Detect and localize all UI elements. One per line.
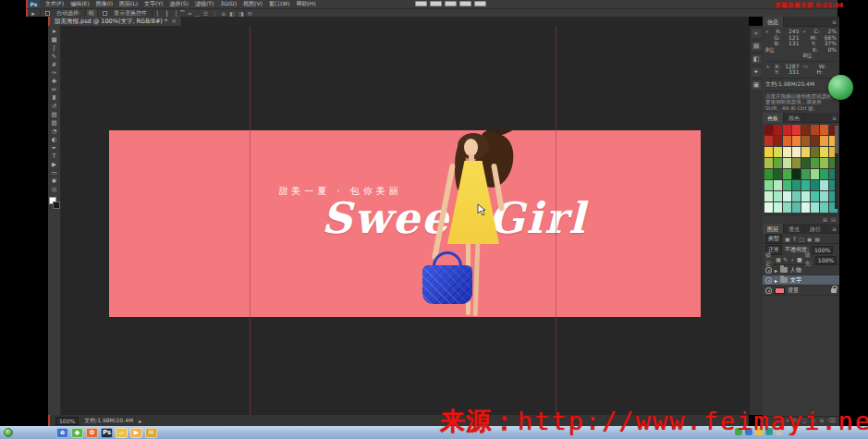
taskbar-app-icon[interactable]: ✿ bbox=[86, 428, 98, 438]
color-swatch[interactable] bbox=[792, 169, 801, 179]
menu-item[interactable]: 选择(S) bbox=[169, 0, 189, 8]
color-swatch[interactable] bbox=[764, 202, 773, 213]
color-swatch[interactable] bbox=[774, 202, 782, 213]
color-swatch[interactable] bbox=[783, 136, 791, 146]
tool-button[interactable]: ◎ bbox=[49, 186, 60, 194]
color-swatch[interactable] bbox=[801, 202, 810, 213]
visibility-eye-icon[interactable] bbox=[765, 287, 772, 294]
tool-button[interactable]: ✎ bbox=[49, 53, 60, 61]
color-swatch[interactable] bbox=[801, 191, 810, 201]
color-swatch[interactable] bbox=[764, 147, 773, 157]
color-swatch[interactable] bbox=[820, 180, 828, 190]
tool-button[interactable]: ◔ bbox=[49, 128, 60, 136]
menu-item[interactable]: 编辑(E) bbox=[70, 0, 89, 8]
tool-button[interactable]: ▨ bbox=[49, 111, 60, 119]
tool-button[interactable]: ✒ bbox=[49, 144, 60, 152]
color-swatch[interactable] bbox=[801, 125, 810, 135]
filter-type-icon[interactable]: ▣ bbox=[785, 236, 790, 242]
menu-item[interactable]: 图像(I) bbox=[96, 0, 113, 8]
color-swatch[interactable] bbox=[820, 202, 828, 213]
color-swatch[interactable] bbox=[801, 158, 810, 168]
recorder-button[interactable] bbox=[430, 1, 442, 6]
lock-option-icon[interactable]: ▦ bbox=[776, 256, 781, 264]
menu-item[interactable]: 文件(F) bbox=[45, 0, 64, 8]
tool-button[interactable]: ▦ bbox=[49, 36, 60, 44]
visibility-eye-icon[interactable] bbox=[765, 277, 772, 284]
recorder-button[interactable] bbox=[415, 1, 427, 6]
layer-row-people[interactable]: ▸ 人物 bbox=[763, 265, 839, 275]
tool-button[interactable]: # bbox=[49, 61, 60, 69]
color-swatch[interactable] bbox=[811, 158, 819, 168]
tool-button[interactable]: ↺ bbox=[49, 103, 60, 111]
color-swatch[interactable] bbox=[764, 191, 773, 201]
recorder-button[interactable] bbox=[474, 1, 486, 6]
taskbar-app-icon[interactable]: e bbox=[56, 428, 68, 438]
color-swatch[interactable] bbox=[783, 191, 791, 201]
color-swatch[interactable] bbox=[792, 158, 801, 168]
recorder-button[interactable] bbox=[445, 1, 457, 6]
color-swatch[interactable] bbox=[764, 180, 773, 190]
panel-menu-icon[interactable]: ≡ bbox=[832, 18, 837, 25]
vertical-guide[interactable] bbox=[556, 26, 556, 415]
taskbar-app-icon[interactable]: ▶ bbox=[130, 428, 142, 438]
collapsed-panel-icon[interactable]: ✦ bbox=[752, 67, 762, 77]
align-icon[interactable]: ⋮ bbox=[212, 10, 217, 17]
filter-type-icon[interactable]: ▤ bbox=[814, 236, 820, 242]
collapsed-panel-icon[interactable]: ▤ bbox=[752, 42, 762, 51]
color-swatch[interactable] bbox=[801, 180, 810, 190]
align-icon[interactable]: ◨ bbox=[238, 10, 244, 17]
expand-arrow-icon[interactable]: ▸ bbox=[775, 267, 777, 274]
color-swatch[interactable] bbox=[820, 191, 828, 201]
background-color-swatch[interactable] bbox=[53, 201, 60, 209]
collapsed-panel-icon[interactable]: ◧ bbox=[752, 55, 762, 64]
auto-select-checkbox[interactable] bbox=[45, 11, 50, 16]
color-swatch[interactable] bbox=[820, 136, 828, 146]
color-swatch[interactable] bbox=[783, 202, 791, 213]
align-icon[interactable]: ┃ bbox=[165, 10, 169, 17]
menu-item[interactable]: 滤镜(T) bbox=[195, 0, 214, 8]
color-swatch[interactable] bbox=[820, 125, 828, 135]
tool-button[interactable]: T bbox=[49, 152, 60, 161]
menu-item[interactable]: 窗口(W) bbox=[269, 0, 290, 8]
color-swatch[interactable] bbox=[811, 202, 819, 213]
color-swatch[interactable] bbox=[820, 147, 828, 157]
color-swatch[interactable] bbox=[774, 147, 782, 157]
menu-item[interactable]: 图层(L) bbox=[119, 0, 138, 8]
layer-row-text[interactable]: ▸ 文字 bbox=[763, 275, 839, 286]
color-swatch[interactable] bbox=[764, 169, 773, 179]
color-swatch[interactable] bbox=[783, 147, 791, 157]
tab-swatches[interactable]: 色板 bbox=[763, 113, 784, 123]
taskbar-app-icon[interactable]: ◆ bbox=[71, 428, 83, 438]
color-swatch[interactable] bbox=[811, 180, 819, 190]
align-icon[interactable]: ━ bbox=[189, 10, 192, 17]
align-icon[interactable]: ≡ bbox=[221, 10, 226, 17]
filter-type-icon[interactable]: T bbox=[793, 236, 797, 242]
color-swatch[interactable] bbox=[792, 180, 801, 190]
tool-button[interactable]: ʃ bbox=[49, 44, 60, 53]
tool-button[interactable]: ◐ bbox=[49, 136, 60, 144]
layer-name[interactable]: 背景 bbox=[788, 287, 799, 295]
tool-button[interactable]: ✑ bbox=[49, 69, 60, 78]
color-swatch[interactable] bbox=[774, 136, 782, 146]
layer-filter-dropdown[interactable]: 类型 bbox=[765, 234, 782, 244]
taskbar-app-icon[interactable]: ✉ bbox=[145, 428, 157, 438]
color-swatch[interactable] bbox=[811, 147, 819, 157]
align-icon[interactable]: ▕ bbox=[172, 10, 177, 17]
visibility-eye-icon[interactable] bbox=[765, 267, 772, 274]
menu-item[interactable]: 视图(V) bbox=[243, 0, 263, 8]
banner-document[interactable]: 甜美一夏 · 包你美丽 Sweet Girl bbox=[109, 130, 701, 317]
panel-menu-icon[interactable]: ≡ bbox=[832, 226, 837, 232]
lock-option-icon[interactable]: ＋ bbox=[789, 256, 795, 264]
align-icon[interactable]: ☰ bbox=[203, 10, 208, 17]
layer-name[interactable]: 人物 bbox=[790, 266, 801, 274]
color-swatch[interactable] bbox=[774, 191, 782, 201]
close-tab-icon[interactable]: × bbox=[171, 18, 177, 25]
lock-option-icon[interactable]: ■ bbox=[797, 256, 802, 264]
align-icon[interactable]: ▔ bbox=[180, 10, 185, 17]
color-swatch[interactable] bbox=[801, 136, 810, 146]
color-swatch[interactable] bbox=[811, 169, 819, 179]
vertical-guide[interactable] bbox=[250, 26, 251, 415]
start-button[interactable] bbox=[4, 428, 13, 437]
color-swatch[interactable] bbox=[792, 191, 801, 201]
color-swatch[interactable] bbox=[774, 169, 782, 179]
